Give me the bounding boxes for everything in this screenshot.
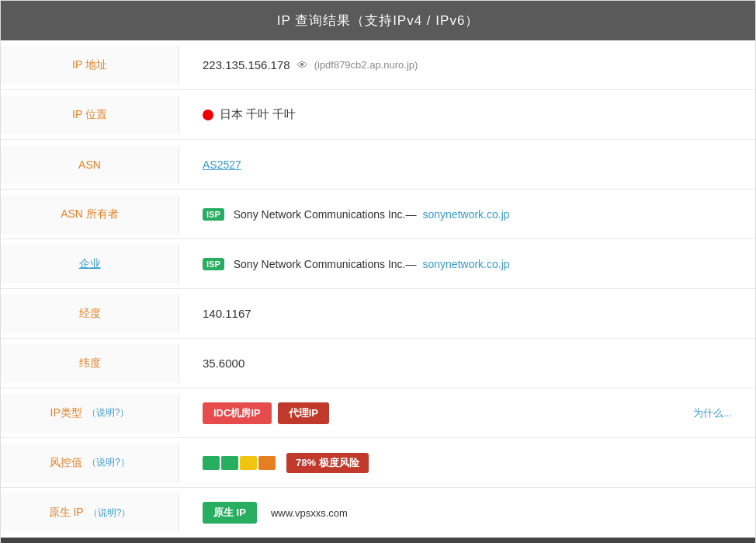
row-ip-address: IP 地址 223.135.156.178 👁 (ipdf879cb2.ap.n… bbox=[1, 40, 755, 90]
label-asn: ASN bbox=[1, 146, 179, 183]
longitude-value: 140.1167 bbox=[203, 307, 251, 320]
row-ip-type: IP类型 （说明?） IDC机房IP 代理IP 为什么... bbox=[1, 388, 755, 438]
value-enterprise: ISP Sony Network Communications Inc.— so… bbox=[179, 245, 755, 283]
label-latitude: 纬度 bbox=[1, 344, 179, 383]
asn-link[interactable]: AS2527 bbox=[203, 158, 241, 171]
label-enterprise: 企业 bbox=[1, 245, 179, 284]
risk-seg-1 bbox=[203, 456, 220, 470]
location-text: 日本 千叶 千叶 bbox=[220, 107, 296, 122]
bottom-bar: RE IP bbox=[1, 538, 755, 543]
origin-url: www.vpsxxs.com bbox=[271, 507, 348, 519]
label-ip-type: IP类型 （说明?） bbox=[1, 394, 179, 433]
value-origin-ip: 原生 IP www.vpsxxs.com bbox=[179, 489, 755, 536]
label-enterprise-link[interactable]: 企业 bbox=[79, 257, 101, 271]
value-asn-owner: ISP Sony Network Communications Inc.— so… bbox=[179, 196, 755, 233]
page-title: IP 查询结果（支持IPv4 / IPv6） bbox=[1, 1, 755, 40]
company-name-owner: Sony Network Communications Inc.— bbox=[234, 208, 417, 221]
row-latitude: 纬度 35.6000 bbox=[1, 339, 755, 388]
value-latitude: 35.6000 bbox=[179, 344, 755, 382]
value-risk: 78% 极度风险 bbox=[179, 440, 755, 486]
results-table: IP 地址 223.135.156.178 👁 (ipdf879cb2.ap.n… bbox=[1, 40, 755, 538]
label-text-latitude: 纬度 bbox=[79, 357, 101, 371]
risk-bar bbox=[203, 456, 276, 470]
row-origin-ip: 原生 IP （说明?） 原生 IP www.vpsxxs.com bbox=[1, 488, 755, 538]
risk-seg-4 bbox=[258, 456, 276, 470]
label-risk: 风控值 （说明?） bbox=[1, 444, 179, 482]
row-enterprise: 企业 ISP Sony Network Communications Inc.—… bbox=[1, 239, 755, 289]
label-text-ip-type: IP类型 bbox=[50, 406, 82, 420]
risk-percent: 78% bbox=[296, 457, 316, 468]
risk-label: 极度风险 bbox=[319, 457, 359, 468]
label-ip-location: IP 位置 bbox=[1, 96, 179, 134]
eye-icon[interactable]: 👁 bbox=[297, 58, 308, 71]
value-ip-address: 223.135.156.178 👁 (ipdf879cb2.ap.nuro.jp… bbox=[179, 46, 755, 84]
row-longitude: 经度 140.1167 bbox=[1, 289, 755, 339]
value-asn: AS2527 bbox=[179, 146, 755, 183]
risk-seg-2 bbox=[221, 456, 238, 470]
isp-badge-owner: ISP bbox=[203, 208, 224, 221]
label-text-location: IP 位置 bbox=[72, 108, 107, 122]
ip-value: 223.135.156.178 bbox=[203, 58, 290, 71]
label-text-asn: ASN bbox=[78, 158, 101, 171]
risk-badge: 78% 极度风险 bbox=[286, 453, 369, 473]
row-asn-owner: ASN 所有者 ISP Sony Network Communications … bbox=[1, 190, 755, 239]
latitude-value: 35.6000 bbox=[203, 357, 244, 370]
company-name-enterprise: Sony Network Communications Inc.— bbox=[234, 258, 417, 270]
label-text-longitude: 经度 bbox=[79, 307, 101, 321]
label-text-risk: 风控值 bbox=[50, 456, 82, 470]
label-text-ip: IP 地址 bbox=[72, 58, 107, 72]
row-risk: 风控值 （说明?） 78% 极度风险 bbox=[1, 438, 755, 488]
ip-type-explain-link[interactable]: （说明?） bbox=[87, 406, 130, 419]
label-ip-address: IP 地址 bbox=[1, 46, 179, 85]
proxy-tag: 代理IP bbox=[278, 402, 329, 424]
row-ip-location: IP 位置 日本 千叶 千叶 bbox=[1, 90, 755, 140]
row-asn: ASN AS2527 bbox=[1, 140, 755, 190]
origin-badge: 原生 IP bbox=[203, 502, 257, 524]
hostname: (ipdf879cb2.ap.nuro.jp) bbox=[314, 59, 418, 71]
origin-explain-link[interactable]: （说明?） bbox=[88, 506, 131, 520]
value-ip-location: 日本 千叶 千叶 bbox=[179, 95, 755, 134]
label-longitude: 经度 bbox=[1, 294, 179, 333]
company-link-enterprise[interactable]: sonynetwork.co.jp bbox=[423, 258, 510, 270]
value-longitude: 140.1167 bbox=[179, 294, 755, 332]
main-container: IP 查询结果（支持IPv4 / IPv6） IP 地址 223.135.156… bbox=[0, 0, 756, 543]
flag-icon bbox=[203, 110, 213, 120]
risk-seg-3 bbox=[240, 456, 257, 470]
why-link[interactable]: 为什么... bbox=[693, 406, 732, 420]
label-text-origin-ip: 原生 IP bbox=[49, 506, 84, 520]
idc-tag: IDC机房IP bbox=[203, 402, 272, 424]
label-origin-ip: 原生 IP （说明?） bbox=[1, 493, 179, 532]
risk-explain-link[interactable]: （说明?） bbox=[87, 456, 130, 469]
value-ip-type: IDC机房IP 代理IP 为什么... bbox=[179, 390, 755, 437]
label-text-asn-owner: ASN 所有者 bbox=[61, 207, 119, 221]
isp-badge-enterprise: ISP bbox=[203, 258, 224, 270]
label-asn-owner: ASN 所有者 bbox=[1, 195, 179, 234]
company-link-owner[interactable]: sonynetwork.co.jp bbox=[423, 208, 510, 221]
